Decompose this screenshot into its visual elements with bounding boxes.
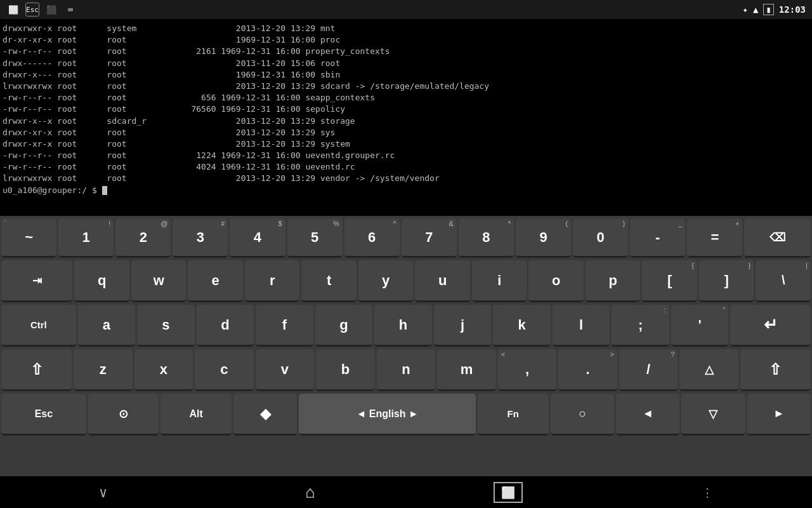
key-shift-left[interactable]: ⇧	[1, 349, 72, 391]
key-equals[interactable]: +=	[687, 218, 742, 258]
bottom-row: Esc ⊙ Alt ◆ ◄ English ► Fn ○ ◄ ▽ ►	[0, 391, 812, 436]
key-circle-special[interactable]: ⊙	[88, 394, 159, 436]
key-8[interactable]: *8	[459, 218, 514, 258]
key-6[interactable]: ^6	[344, 218, 400, 258]
battery-icon: ▮	[763, 4, 773, 15]
nav-home[interactable]: ⌂	[286, 478, 334, 507]
key-circle[interactable]: ○	[551, 394, 614, 436]
key-o[interactable]: o	[528, 260, 584, 302]
key-backslash[interactable]: |\	[756, 260, 811, 302]
key-shift-right[interactable]: ⇧	[740, 349, 811, 391]
key-t[interactable]: t	[301, 260, 357, 302]
key-0[interactable]: )0	[573, 218, 628, 258]
key-down-arrow[interactable]: ▽	[681, 394, 745, 436]
key-9[interactable]: (9	[516, 218, 571, 258]
key-b[interactable]: b	[316, 349, 375, 391]
key-backspace[interactable]: ⌫	[744, 218, 811, 258]
key-n[interactable]: n	[377, 349, 436, 391]
key-slash[interactable]: ?/	[619, 349, 678, 391]
key-1[interactable]: !1	[58, 218, 114, 258]
key-minus[interactable]: _-	[630, 218, 685, 258]
nav-back[interactable]: ∨	[80, 479, 126, 505]
key-lbracket[interactable]: {[	[642, 260, 697, 302]
key-a[interactable]: a	[78, 305, 136, 347]
key-u[interactable]: u	[415, 260, 470, 302]
key-c[interactable]: c	[195, 349, 254, 391]
key-m[interactable]: m	[437, 349, 496, 391]
wifi-icon: ▲	[753, 4, 758, 15]
status-bar-right: ✦ ▲ ▮ 12:03	[743, 4, 806, 15]
time-display: 12:03	[779, 4, 806, 15]
key-p[interactable]: p	[586, 260, 641, 302]
key-z[interactable]: z	[74, 349, 133, 391]
key-comma[interactable]: <,	[498, 349, 557, 391]
key-q[interactable]: q	[74, 260, 129, 302]
key-fn[interactable]: Fn	[478, 394, 549, 436]
screenshot-icon[interactable]: ⬜	[6, 3, 20, 17]
terminal-content: drwxrwxr-x root system 2013-12-20 13:29 …	[3, 23, 809, 196]
zxcv-row: ⇧ z x c v b n m <, >. ?/ △ ⇧	[0, 347, 812, 391]
key-tilde[interactable]: `~	[1, 218, 56, 258]
key-up-arrow[interactable]: △	[679, 349, 738, 391]
key-e[interactable]: e	[188, 260, 243, 302]
asdf-row: Ctrl a s d f g h j k l :; "' ↵	[0, 302, 812, 347]
key-r[interactable]: r	[245, 260, 300, 302]
key-4[interactable]: $4	[230, 218, 285, 258]
key-y[interactable]: y	[358, 260, 414, 302]
status-bar-left: ⬜ Esc ⬛ ⌨	[6, 3, 77, 17]
key-quote[interactable]: "'	[671, 305, 729, 347]
qwerty-row: ⇥ q w e r t y u i o p {[ }] |\	[0, 258, 812, 302]
bluetooth-icon: ✦	[743, 4, 748, 15]
key-g[interactable]: g	[315, 305, 373, 347]
nav-more[interactable]: ⋮	[683, 481, 732, 504]
key-rbracket[interactable]: }]	[699, 260, 754, 302]
key-h[interactable]: h	[374, 305, 432, 347]
key-j[interactable]: j	[434, 305, 492, 347]
key-v[interactable]: v	[256, 349, 315, 391]
key-7[interactable]: &7	[402, 218, 457, 258]
key-period[interactable]: >.	[558, 349, 617, 391]
key-alt[interactable]: Alt	[160, 394, 232, 436]
nav-recent[interactable]: ⬜	[494, 482, 523, 503]
key-x[interactable]: x	[134, 349, 193, 391]
key-left-arrow[interactable]: ◄	[616, 394, 679, 436]
number-row: `~ !1 @2 #3 $4 %5 ^6 &7 *8 (9 )0	[0, 216, 812, 258]
key-right-arrow[interactable]: ►	[747, 394, 811, 436]
key-d[interactable]: d	[197, 305, 254, 347]
key-3[interactable]: #3	[173, 218, 228, 258]
key-w[interactable]: w	[131, 260, 187, 302]
key-language[interactable]: ◄ English ►	[299, 394, 476, 436]
key-i[interactable]: i	[472, 260, 527, 302]
key-s[interactable]: s	[137, 305, 195, 347]
nav-bar: ∨ ⌂ ⬜ ⋮	[0, 476, 812, 508]
key-k[interactable]: k	[493, 305, 551, 347]
key-tab[interactable]: ⇥	[1, 260, 72, 302]
terminal-icon[interactable]: ⬛	[44, 3, 58, 17]
key-enter[interactable]: ↵	[730, 305, 811, 347]
esc-icon[interactable]: Esc	[25, 3, 39, 17]
keyboard-icon[interactable]: ⌨	[63, 3, 77, 17]
keyboard[interactable]: `~ !1 @2 #3 $4 %5 ^6 &7 *8 (9 )0	[0, 216, 812, 476]
key-f[interactable]: f	[256, 305, 313, 347]
key-esc[interactable]: Esc	[1, 394, 86, 436]
key-semicolon[interactable]: :;	[612, 305, 669, 347]
key-l[interactable]: l	[553, 305, 610, 347]
key-2[interactable]: @2	[115, 218, 171, 258]
status-bar: ⬜ Esc ⬛ ⌨ ✦ ▲ ▮ 12:03	[0, 0, 812, 19]
terminal-area[interactable]: drwxrwxr-x root system 2013-12-20 13:29 …	[0, 19, 812, 216]
key-ctrl[interactable]: Ctrl	[1, 305, 76, 347]
key-logo[interactable]: ◆	[233, 394, 297, 436]
key-5[interactable]: %5	[287, 218, 343, 258]
